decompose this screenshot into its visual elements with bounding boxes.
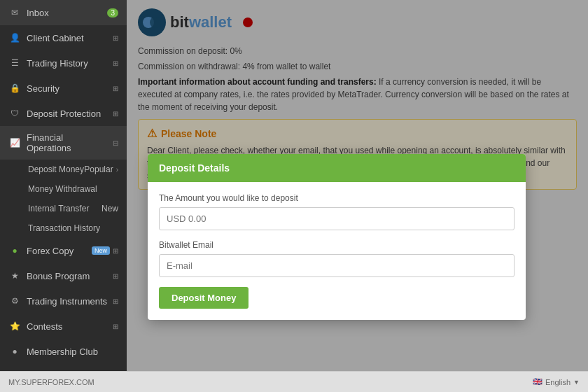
client-cabinet-icon: 👤: [8, 31, 21, 44]
sidebar-label-inbox: Inbox: [27, 8, 104, 18]
sidebar-item-trading-instruments[interactable]: ⚙ Trading Instruments ⊞: [0, 288, 127, 314]
sidebar-item-contests[interactable]: ⭐ Contests ⊞: [0, 314, 127, 339]
distance-course-icon: 🎓: [8, 370, 21, 371]
sidebar: ✉ Inbox 3 👤 Client Cabinet ⊞ ☰ Trading H…: [0, 0, 127, 371]
expand-icon-ti: ⊞: [113, 298, 118, 305]
flag-icon: 🇬🇧: [533, 377, 542, 386]
footer: MY.SUPERFOREX.COM 🇬🇧 English ▼: [0, 371, 588, 392]
financial-ops-icon: 📈: [8, 136, 21, 149]
sidebar-label-bonus: Bonus Program: [27, 271, 110, 281]
sidebar-item-bonus-program[interactable]: ★ Bonus Program ⊞: [0, 263, 127, 288]
sidebar-item-trading-history[interactable]: ☰ Trading History ⊞: [0, 50, 127, 76]
modal-title: Deposit Details: [159, 162, 230, 174]
modal-header: Deposit Details: [148, 154, 526, 182]
sidebar-item-inbox[interactable]: ✉ Inbox 3: [0, 0, 127, 25]
inbox-badge: 3: [107, 8, 118, 18]
sub-label-money-withdrawal: Money Withdrawal: [28, 184, 118, 194]
deposit-modal: Deposit Details The Amount you would lik…: [148, 154, 526, 320]
expand-icon-th: ⊞: [113, 59, 118, 67]
footer-right: 🇬🇧 English ▼: [533, 377, 580, 386]
sidebar-item-membership[interactable]: ● Membership Club: [0, 339, 127, 364]
language-selector[interactable]: English: [545, 378, 570, 386]
sidebar-label-contests: Contests: [27, 321, 110, 332]
modal-body: The Amount you would like to deposit Bit…: [148, 182, 526, 320]
sub-item-deposit-money[interactable]: Deposit Money Popular ›: [0, 160, 127, 179]
expand-icon-dp: ⊞: [113, 110, 118, 118]
email-input[interactable]: [159, 254, 514, 277]
deposit-submit-button[interactable]: Deposit Money: [159, 287, 248, 309]
sidebar-label-trading-instruments: Trading Instruments: [27, 296, 110, 307]
expand-icon-c: ⊞: [113, 323, 118, 330]
modal-overlay: Deposit Details The Amount you would lik…: [127, 0, 588, 371]
main-content: bitwallet Commission on deposit: 0% Comm…: [127, 0, 588, 371]
deposit-arrow: ›: [116, 166, 118, 174]
popular-badge: Popular: [84, 164, 113, 174]
footer-url: MY.SUPERFOREX.COM: [8, 378, 94, 386]
sub-item-internal-transfer[interactable]: Internal Transfer New: [0, 199, 127, 218]
security-icon: 🔒: [8, 82, 21, 94]
sidebar-label-forex-copy: Forex Copy: [27, 246, 89, 256]
bonus-icon: ★: [8, 270, 21, 282]
amount-input[interactable]: [159, 207, 514, 230]
trading-instruments-icon: ⚙: [8, 295, 21, 307]
sidebar-item-deposit-protection[interactable]: 🛡 Deposit Protection ⊞: [0, 101, 127, 126]
trading-history-icon: ☰: [8, 57, 21, 69]
sidebar-label-security: Security: [27, 83, 110, 94]
contests-icon: ⭐: [8, 320, 21, 332]
sub-label-transaction-history: Transaction History: [28, 223, 118, 233]
sidebar-label-trading-history: Trading History: [27, 58, 110, 69]
sidebar-label-deposit-protection: Deposit Protection: [27, 108, 110, 119]
sidebar-label-client-cabinet: Client Cabinet: [27, 33, 110, 43]
sidebar-item-financial-operations[interactable]: 📈 Financial Operations ⊟: [0, 126, 127, 160]
expand-icon-sec: ⊞: [113, 85, 118, 92]
inbox-icon: ✉: [8, 6, 21, 19]
sidebar-item-security[interactable]: 🔒 Security ⊞: [0, 76, 127, 101]
sub-item-money-withdrawal[interactable]: Money Withdrawal: [0, 179, 127, 199]
sidebar-item-client-cabinet[interactable]: 👤 Client Cabinet ⊞: [0, 25, 127, 50]
expand-icon-fc: ⊞: [113, 247, 118, 255]
amount-label: The Amount you would like to deposit: [159, 193, 514, 203]
new-badge-transfer: New: [102, 204, 118, 214]
sidebar-item-distance-course[interactable]: 🎓 Distance Course: [0, 364, 127, 371]
membership-icon: ●: [8, 345, 21, 358]
sidebar-label-membership: Membership Club: [27, 346, 118, 357]
new-badge-forex: New: [92, 246, 110, 255]
collapse-icon-fo: ⊟: [113, 139, 118, 147]
sub-label-deposit-money: Deposit Money: [28, 164, 84, 174]
sub-item-transaction-history[interactable]: Transaction History: [0, 218, 127, 238]
sub-label-internal-transfer: Internal Transfer: [28, 204, 102, 214]
email-label: Bitwallet Email: [159, 240, 514, 250]
submit-label: Deposit Money: [172, 293, 236, 303]
expand-icon: ⊞: [113, 34, 118, 42]
expand-icon-bp: ⊞: [113, 272, 118, 280]
forex-copy-icon: ●: [8, 244, 21, 257]
chevron-down-icon: ▼: [573, 379, 580, 386]
deposit-protection-icon: 🛡: [8, 107, 21, 120]
sidebar-label-financial-ops: Financial Operations: [27, 132, 110, 153]
sidebar-item-forex-copy[interactable]: ● Forex Copy New ⊞: [0, 238, 127, 263]
